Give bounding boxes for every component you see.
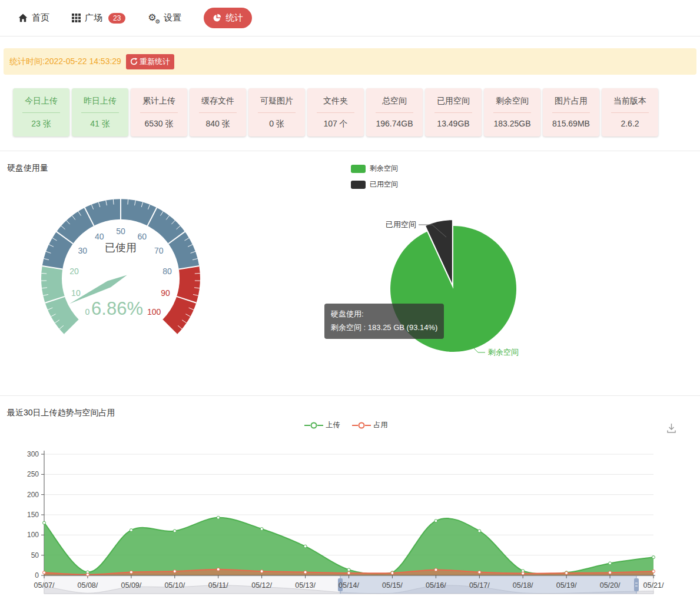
x-tick-label: 05/09/ — [121, 581, 142, 590]
x-tick-label: 05/08/ — [78, 581, 98, 590]
stat-card-value: 196.74GB — [366, 119, 423, 128]
grid-icon — [72, 14, 81, 22]
data-point[interactable] — [173, 570, 176, 573]
x-tick-label: 05/11/ — [208, 581, 228, 590]
pie-label-used: 已用空间 — [386, 220, 416, 229]
data-point[interactable] — [260, 570, 263, 573]
data-point[interactable] — [86, 573, 89, 576]
series-area-upload[interactable] — [44, 518, 653, 575]
gauge-tick — [41, 274, 47, 274]
x-tick-label: 05/19/ — [556, 581, 577, 590]
recount-button-label: 重新统计 — [140, 56, 170, 67]
nav-item-label: 首页 — [32, 12, 49, 24]
data-point[interactable] — [609, 571, 612, 574]
trend-legend: 上传 占用 — [0, 420, 692, 430]
download-icon — [666, 422, 677, 434]
stat-card-divider — [140, 112, 178, 113]
data-point[interactable] — [522, 572, 525, 575]
stat-card-value: 13.49GB — [425, 119, 482, 128]
data-point[interactable] — [478, 530, 481, 532]
legend-item-upload[interactable]: 上传 — [304, 420, 340, 430]
stat-card-value: 107 个 — [307, 119, 364, 129]
data-point[interactable] — [217, 516, 220, 519]
stats-banner: 统计时间:2022-05-22 14:53:29 重新统计 — [4, 48, 696, 75]
stat-card: 剩余空间183.25GB — [484, 88, 540, 136]
refresh-icon — [130, 58, 138, 65]
data-point[interactable] — [652, 556, 655, 559]
data-point[interactable] — [434, 520, 437, 522]
y-tick-label: 200 — [27, 491, 39, 499]
y-tick-label: 100 — [27, 531, 39, 539]
stats-time-text: 统计时间:2022-05-22 14:53:29 — [9, 56, 121, 67]
stat-card-value: 840 张 — [190, 119, 246, 129]
trend-section-title: 最近30日上传趋势与空间占用 — [7, 408, 115, 418]
gauge-tick-label: 80 — [162, 267, 172, 276]
nav-item-settings[interactable]: ⚙⚙ 设置 — [148, 12, 181, 24]
gauge-title: 已使用 — [105, 242, 137, 254]
datazoom-handle-right[interactable] — [634, 578, 639, 591]
data-point[interactable] — [347, 571, 350, 574]
gauge-tick-label: 70 — [154, 246, 164, 255]
data-point[interactable] — [217, 568, 220, 571]
data-point[interactable] — [304, 545, 307, 548]
gauge-tick-label: 10 — [71, 288, 81, 298]
nav-item-label: 统计 — [225, 12, 243, 24]
nav-item-stats-active[interactable]: 统计 — [204, 8, 252, 28]
x-tick-label: 05/20/ — [600, 581, 621, 590]
disk-gauge-chart: 0102030405060708090100已使用6.86% — [41, 199, 200, 335]
stat-card-divider — [199, 112, 237, 113]
gauge-band — [162, 266, 200, 335]
stat-card-value: 23 张 — [13, 119, 69, 129]
stat-cards: 今日上传23 张昨日上传41 张累计上传6530 张缓存文件840 张可疑图片0… — [13, 88, 700, 136]
disk-section-title: 硬盘使用量 — [7, 163, 48, 174]
data-point[interactable] — [652, 570, 655, 573]
stat-card: 当前版本2.6.2 — [602, 88, 658, 136]
data-point[interactable] — [173, 530, 176, 532]
tooltip-value: 剩余空间 : 183.25 GB (93.14%) — [331, 321, 437, 335]
disk-usage-section: 硬盘使用量 剩余空间 已用空间 0102030405060708090100已使… — [0, 151, 700, 395]
data-point[interactable] — [260, 528, 263, 531]
navbar: 首页 广场 23 ⚙⚙ 设置 统计 — [0, 0, 700, 36]
legend-item-used[interactable]: 已用空间 — [351, 179, 398, 189]
gauge-tick-label: 60 — [138, 232, 147, 241]
stat-card: 文件夹107 个 — [307, 88, 364, 136]
stat-card: 图片占用815.69MB — [543, 88, 599, 136]
y-tick-label: 0 — [35, 571, 39, 580]
data-point[interactable] — [478, 571, 481, 574]
stat-card-label: 图片占用 — [543, 88, 599, 106]
gauge-tick-label: 30 — [78, 246, 88, 255]
data-point[interactable] — [43, 571, 46, 574]
stat-card-divider — [611, 112, 649, 113]
legend-item-remaining[interactable]: 剩余空间 — [351, 164, 398, 174]
x-tick-label: 05/12/ — [251, 581, 272, 590]
nav-item-home[interactable]: 首页 — [18, 12, 49, 24]
stat-card: 今日上传23 张 — [13, 88, 69, 136]
data-point[interactable] — [347, 568, 350, 571]
gauge-tick-label: 0 — [85, 307, 90, 317]
legend-label: 上传 — [326, 420, 340, 430]
legend-label: 占用 — [374, 420, 388, 430]
data-point[interactable] — [130, 529, 132, 532]
save-as-image-button[interactable] — [666, 422, 677, 437]
gauge-band — [41, 266, 79, 335]
data-point[interactable] — [130, 571, 132, 574]
data-point[interactable] — [434, 568, 437, 571]
nav-item-label: 广场 — [85, 12, 102, 24]
stat-card: 总空间196.74GB — [366, 88, 423, 136]
data-point[interactable] — [43, 521, 46, 524]
stat-card-divider — [434, 112, 472, 113]
y-tick-label: 300 — [27, 450, 39, 458]
disk-usage-chart-svg[interactable]: 0102030405060708090100已使用6.86%已用空间剩余空间 — [0, 151, 700, 396]
nav-item-plaza[interactable]: 广场 23 — [72, 12, 125, 24]
data-point[interactable] — [609, 562, 612, 565]
recount-button[interactable]: 重新统计 — [126, 54, 174, 69]
stat-card-value: 2.6.2 — [602, 119, 658, 128]
data-point[interactable] — [565, 571, 568, 574]
data-point[interactable] — [391, 571, 394, 574]
legend-item-usage[interactable]: 占用 — [352, 420, 388, 430]
nav-item-label: 设置 — [164, 12, 181, 24]
stat-card-label: 总空间 — [366, 88, 423, 106]
x-tick-label: 05/16/ — [426, 581, 446, 590]
data-point[interactable] — [304, 571, 307, 574]
gears-icon: ⚙⚙ — [148, 13, 160, 24]
